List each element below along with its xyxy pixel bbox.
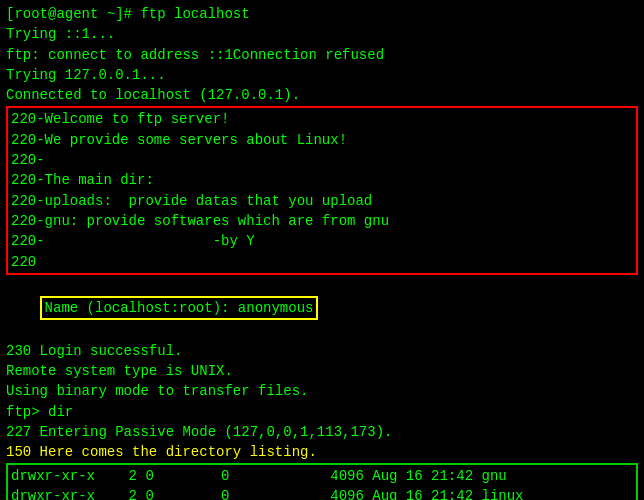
line-name-prompt: Name (localhost:root): anonymous: [6, 276, 638, 341]
line-welcome6: 220-gnu: provide softwares which are fro…: [11, 211, 633, 231]
dir-listing-box: drwxr-xr-x 2 0 0 4096 Aug 16 21:42 gnu d…: [6, 463, 638, 500]
name-prompt-box: Name (localhost:root): anonymous: [40, 296, 319, 320]
line-passive: 227 Entering Passive Mode (127,0,0,1,113…: [6, 422, 638, 442]
line-welcome3: 220-: [11, 150, 633, 170]
line-welcome2: 220-We provide some servers about Linux!: [11, 130, 633, 150]
line-ftp-error: ftp: connect to address ::1Connection re…: [6, 45, 638, 65]
line-login: 230 Login successful.: [6, 341, 638, 361]
line-binary: Using binary mode to transfer files.: [6, 381, 638, 401]
line-trying2: Trying 127.0.0.1...: [6, 65, 638, 85]
line-ftp-dir: ftp> dir: [6, 402, 638, 422]
line-welcome8: 220: [11, 252, 633, 272]
welcome-box: 220-Welcome to ftp server! 220-We provid…: [6, 106, 638, 274]
line-welcome1: 220-Welcome to ftp server!: [11, 109, 633, 129]
terminal: [root@agent ~]# ftp localhost Trying ::1…: [0, 0, 644, 500]
line-welcome7: 220- -by Y: [11, 231, 633, 251]
line-remote-sys: Remote system type is UNIX.: [6, 361, 638, 381]
line-connected: Connected to localhost (127.0.0.1).: [6, 85, 638, 105]
dir-line-1: drwxr-xr-x 2 0 0 4096 Aug 16 21:42 gnu: [11, 466, 633, 486]
line-prompt: [root@agent ~]# ftp localhost: [6, 4, 638, 24]
line-dir-header: 150 Here comes the directory listing.: [6, 442, 638, 462]
dir-line-2: drwxr-xr-x 2 0 0 4096 Aug 16 21:42 linux: [11, 486, 633, 500]
line-welcome5: 220-uploads: provide datas that you uplo…: [11, 191, 633, 211]
line-welcome4: 220-The main dir:: [11, 170, 633, 190]
line-trying1: Trying ::1...: [6, 24, 638, 44]
